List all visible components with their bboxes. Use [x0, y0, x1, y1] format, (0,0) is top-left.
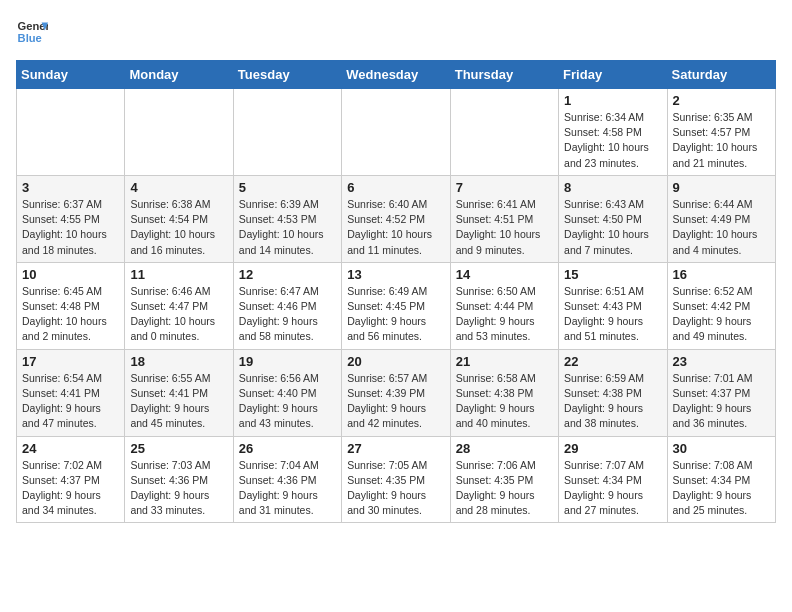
calendar-cell: 25Sunrise: 7:03 AM Sunset: 4:36 PM Dayli… — [125, 436, 233, 523]
day-number: 19 — [239, 354, 336, 369]
day-info: Sunrise: 7:06 AM Sunset: 4:35 PM Dayligh… — [456, 458, 553, 519]
calendar-cell: 29Sunrise: 7:07 AM Sunset: 4:34 PM Dayli… — [559, 436, 667, 523]
day-number: 10 — [22, 267, 119, 282]
day-number: 30 — [673, 441, 770, 456]
day-number: 9 — [673, 180, 770, 195]
day-info: Sunrise: 6:38 AM Sunset: 4:54 PM Dayligh… — [130, 197, 227, 258]
calendar-cell — [125, 89, 233, 176]
day-info: Sunrise: 7:04 AM Sunset: 4:36 PM Dayligh… — [239, 458, 336, 519]
day-info: Sunrise: 6:56 AM Sunset: 4:40 PM Dayligh… — [239, 371, 336, 432]
day-number: 21 — [456, 354, 553, 369]
day-info: Sunrise: 7:03 AM Sunset: 4:36 PM Dayligh… — [130, 458, 227, 519]
day-number: 3 — [22, 180, 119, 195]
calendar-week-row: 17Sunrise: 6:54 AM Sunset: 4:41 PM Dayli… — [17, 349, 776, 436]
day-info: Sunrise: 6:49 AM Sunset: 4:45 PM Dayligh… — [347, 284, 444, 345]
calendar-cell: 3Sunrise: 6:37 AM Sunset: 4:55 PM Daylig… — [17, 175, 125, 262]
day-number: 11 — [130, 267, 227, 282]
day-number: 18 — [130, 354, 227, 369]
calendar-cell: 28Sunrise: 7:06 AM Sunset: 4:35 PM Dayli… — [450, 436, 558, 523]
calendar-cell: 6Sunrise: 6:40 AM Sunset: 4:52 PM Daylig… — [342, 175, 450, 262]
day-info: Sunrise: 6:35 AM Sunset: 4:57 PM Dayligh… — [673, 110, 770, 171]
day-number: 15 — [564, 267, 661, 282]
day-number: 22 — [564, 354, 661, 369]
day-info: Sunrise: 6:54 AM Sunset: 4:41 PM Dayligh… — [22, 371, 119, 432]
day-number: 26 — [239, 441, 336, 456]
day-number: 8 — [564, 180, 661, 195]
day-number: 17 — [22, 354, 119, 369]
day-info: Sunrise: 6:57 AM Sunset: 4:39 PM Dayligh… — [347, 371, 444, 432]
day-of-week-header: Tuesday — [233, 61, 341, 89]
day-info: Sunrise: 7:07 AM Sunset: 4:34 PM Dayligh… — [564, 458, 661, 519]
day-info: Sunrise: 6:50 AM Sunset: 4:44 PM Dayligh… — [456, 284, 553, 345]
day-number: 25 — [130, 441, 227, 456]
calendar-cell: 17Sunrise: 6:54 AM Sunset: 4:41 PM Dayli… — [17, 349, 125, 436]
calendar-cell: 10Sunrise: 6:45 AM Sunset: 4:48 PM Dayli… — [17, 262, 125, 349]
day-number: 4 — [130, 180, 227, 195]
day-info: Sunrise: 7:08 AM Sunset: 4:34 PM Dayligh… — [673, 458, 770, 519]
day-number: 7 — [456, 180, 553, 195]
calendar-week-row: 24Sunrise: 7:02 AM Sunset: 4:37 PM Dayli… — [17, 436, 776, 523]
day-number: 6 — [347, 180, 444, 195]
calendar-cell: 1Sunrise: 6:34 AM Sunset: 4:58 PM Daylig… — [559, 89, 667, 176]
day-number: 1 — [564, 93, 661, 108]
day-of-week-header: Wednesday — [342, 61, 450, 89]
day-info: Sunrise: 6:40 AM Sunset: 4:52 PM Dayligh… — [347, 197, 444, 258]
calendar-cell: 4Sunrise: 6:38 AM Sunset: 4:54 PM Daylig… — [125, 175, 233, 262]
calendar-cell: 9Sunrise: 6:44 AM Sunset: 4:49 PM Daylig… — [667, 175, 775, 262]
day-of-week-header: Saturday — [667, 61, 775, 89]
calendar-cell — [233, 89, 341, 176]
calendar-cell: 26Sunrise: 7:04 AM Sunset: 4:36 PM Dayli… — [233, 436, 341, 523]
calendar-cell: 2Sunrise: 6:35 AM Sunset: 4:57 PM Daylig… — [667, 89, 775, 176]
svg-text:Blue: Blue — [18, 32, 42, 44]
day-info: Sunrise: 6:41 AM Sunset: 4:51 PM Dayligh… — [456, 197, 553, 258]
calendar-cell: 12Sunrise: 6:47 AM Sunset: 4:46 PM Dayli… — [233, 262, 341, 349]
day-info: Sunrise: 7:01 AM Sunset: 4:37 PM Dayligh… — [673, 371, 770, 432]
day-info: Sunrise: 6:47 AM Sunset: 4:46 PM Dayligh… — [239, 284, 336, 345]
day-info: Sunrise: 6:52 AM Sunset: 4:42 PM Dayligh… — [673, 284, 770, 345]
logo: General Blue — [16, 16, 48, 48]
calendar-cell — [450, 89, 558, 176]
calendar-cell: 15Sunrise: 6:51 AM Sunset: 4:43 PM Dayli… — [559, 262, 667, 349]
page-header: General Blue — [16, 16, 776, 48]
calendar-cell: 19Sunrise: 6:56 AM Sunset: 4:40 PM Dayli… — [233, 349, 341, 436]
day-info: Sunrise: 6:46 AM Sunset: 4:47 PM Dayligh… — [130, 284, 227, 345]
logo-icon: General Blue — [16, 16, 48, 48]
calendar-cell: 20Sunrise: 6:57 AM Sunset: 4:39 PM Dayli… — [342, 349, 450, 436]
calendar-week-row: 3Sunrise: 6:37 AM Sunset: 4:55 PM Daylig… — [17, 175, 776, 262]
day-info: Sunrise: 6:51 AM Sunset: 4:43 PM Dayligh… — [564, 284, 661, 345]
calendar-header-row: SundayMondayTuesdayWednesdayThursdayFrid… — [17, 61, 776, 89]
day-number: 14 — [456, 267, 553, 282]
day-number: 23 — [673, 354, 770, 369]
day-info: Sunrise: 6:58 AM Sunset: 4:38 PM Dayligh… — [456, 371, 553, 432]
day-info: Sunrise: 6:45 AM Sunset: 4:48 PM Dayligh… — [22, 284, 119, 345]
day-number: 16 — [673, 267, 770, 282]
day-number: 13 — [347, 267, 444, 282]
day-info: Sunrise: 7:05 AM Sunset: 4:35 PM Dayligh… — [347, 458, 444, 519]
day-number: 28 — [456, 441, 553, 456]
calendar-cell: 11Sunrise: 6:46 AM Sunset: 4:47 PM Dayli… — [125, 262, 233, 349]
calendar-cell: 13Sunrise: 6:49 AM Sunset: 4:45 PM Dayli… — [342, 262, 450, 349]
day-info: Sunrise: 7:02 AM Sunset: 4:37 PM Dayligh… — [22, 458, 119, 519]
calendar-cell: 21Sunrise: 6:58 AM Sunset: 4:38 PM Dayli… — [450, 349, 558, 436]
day-number: 29 — [564, 441, 661, 456]
calendar-cell: 14Sunrise: 6:50 AM Sunset: 4:44 PM Dayli… — [450, 262, 558, 349]
day-info: Sunrise: 6:39 AM Sunset: 4:53 PM Dayligh… — [239, 197, 336, 258]
calendar-cell: 8Sunrise: 6:43 AM Sunset: 4:50 PM Daylig… — [559, 175, 667, 262]
day-of-week-header: Monday — [125, 61, 233, 89]
day-info: Sunrise: 6:44 AM Sunset: 4:49 PM Dayligh… — [673, 197, 770, 258]
calendar-week-row: 1Sunrise: 6:34 AM Sunset: 4:58 PM Daylig… — [17, 89, 776, 176]
day-number: 24 — [22, 441, 119, 456]
calendar-cell: 18Sunrise: 6:55 AM Sunset: 4:41 PM Dayli… — [125, 349, 233, 436]
calendar-cell: 24Sunrise: 7:02 AM Sunset: 4:37 PM Dayli… — [17, 436, 125, 523]
calendar-cell: 5Sunrise: 6:39 AM Sunset: 4:53 PM Daylig… — [233, 175, 341, 262]
day-of-week-header: Thursday — [450, 61, 558, 89]
day-number: 5 — [239, 180, 336, 195]
day-info: Sunrise: 6:55 AM Sunset: 4:41 PM Dayligh… — [130, 371, 227, 432]
calendar-cell — [342, 89, 450, 176]
calendar-cell: 30Sunrise: 7:08 AM Sunset: 4:34 PM Dayli… — [667, 436, 775, 523]
calendar-cell: 27Sunrise: 7:05 AM Sunset: 4:35 PM Dayli… — [342, 436, 450, 523]
calendar-week-row: 10Sunrise: 6:45 AM Sunset: 4:48 PM Dayli… — [17, 262, 776, 349]
calendar-cell: 23Sunrise: 7:01 AM Sunset: 4:37 PM Dayli… — [667, 349, 775, 436]
calendar-cell: 7Sunrise: 6:41 AM Sunset: 4:51 PM Daylig… — [450, 175, 558, 262]
day-of-week-header: Sunday — [17, 61, 125, 89]
